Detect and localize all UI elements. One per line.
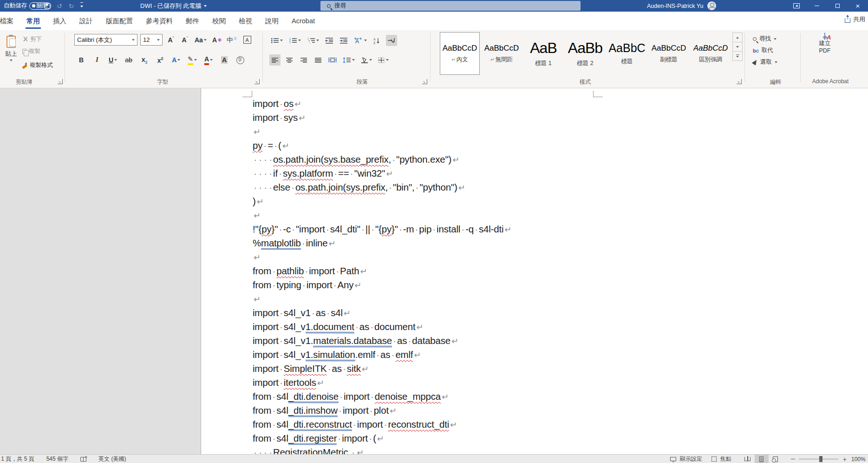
grow-font-button[interactable]: Aˆ	[165, 34, 176, 46]
language-indicator[interactable]: 英文 (美國)	[98, 455, 126, 463]
save-icon[interactable]	[45, 3, 50, 9]
multilevel-list-button[interactable]: 1ai	[306, 35, 320, 46]
enclose-characters-button[interactable]: 字	[235, 54, 246, 66]
ribbon-tab-4[interactable]: 版面配置	[99, 12, 139, 30]
character-border-button[interactable]: A	[241, 34, 253, 46]
distribute-button[interactable]	[327, 54, 338, 66]
ribbon-display-options-button[interactable]	[786, 0, 807, 12]
search-input[interactable]: 搜尋	[320, 1, 581, 11]
styles-gallery-more-button[interactable]	[732, 51, 743, 61]
numbering-button[interactable]: 123	[287, 35, 302, 46]
customize-qat-icon[interactable]	[80, 2, 83, 10]
ribbon-tab-10[interactable]: Acrobat	[285, 12, 321, 30]
asian-layout-button[interactable]: A	[352, 35, 368, 46]
document-lines[interactable]: import·os↵import·sys↵↵py·=·(↵····os.path…	[253, 97, 615, 454]
style-card-3[interactable]: AaBb標題 2	[565, 32, 605, 75]
share-button[interactable]: 共用	[845, 15, 865, 24]
clear-formatting-button[interactable]: A	[211, 34, 222, 46]
style-card-6[interactable]: AaBbCcD區別強調	[691, 32, 731, 75]
align-center-button[interactable]	[284, 54, 295, 66]
phonetic-guide-button[interactable]: 中ㄓ	[225, 34, 239, 46]
font-name-combo[interactable]: Calibri (本文)	[74, 34, 137, 46]
doc-line: !"{py}"·-c·"import·s4l_dti"·||·"{py}"·-m…	[253, 222, 615, 236]
read-mode-button[interactable]	[741, 455, 755, 463]
select-button[interactable]: 選取	[753, 56, 799, 68]
ribbon-tab-3[interactable]: 設計	[73, 12, 99, 30]
copy-button[interactable]: 複製	[22, 46, 53, 56]
restore-button[interactable]	[827, 0, 848, 12]
ribbon-tab-9[interactable]: 說明	[259, 12, 285, 30]
style-card-2[interactable]: AaB標題 1	[523, 32, 563, 75]
superscript-button[interactable]: x2	[155, 54, 166, 66]
show-hide-marks-button[interactable]	[386, 35, 397, 46]
styles-dialog-launcher[interactable]	[737, 79, 742, 84]
paste-button[interactable]: 貼上	[2, 34, 20, 75]
highlight-color-button[interactable]: ✎	[186, 54, 198, 66]
style-card-5[interactable]: AaBbCcD副標題	[649, 32, 689, 75]
style-card-1[interactable]: AaBbCcD↵無間距	[482, 32, 522, 75]
ribbon-tab-6[interactable]: 郵件	[179, 12, 206, 30]
ribbon-tab-1[interactable]: 常用	[20, 12, 46, 30]
ribbon-tab-0[interactable]: 檔案	[0, 12, 20, 30]
doc-line: from·s4l_dti.denoise·import·denoise_mppc…	[253, 390, 615, 403]
font-color-button[interactable]: A	[203, 54, 214, 66]
focus-button[interactable]: 焦點	[711, 455, 731, 463]
zoom-slider-thumb[interactable]	[819, 456, 822, 462]
ribbon-tab-8[interactable]: 檢視	[232, 12, 259, 30]
character-shading-button[interactable]: A	[219, 54, 230, 66]
replace-button[interactable]: bc 取代	[753, 45, 799, 56]
font-dialog-launcher[interactable]	[255, 79, 260, 84]
cut-button[interactable]: 剪下	[22, 34, 53, 44]
ribbon-tab-7[interactable]: 校閱	[206, 12, 232, 30]
bullets-button[interactable]	[269, 35, 284, 46]
line-spacing-button[interactable]	[341, 54, 356, 66]
create-pdf-button[interactable]: 建立 PDF	[812, 33, 838, 54]
clipboard-dialog-launcher[interactable]	[58, 79, 63, 84]
text-effects-button[interactable]: A	[170, 54, 182, 66]
zoom-in-button[interactable]: +	[843, 456, 847, 463]
format-painter-button[interactable]: 複製格式	[22, 60, 53, 70]
style-card-4[interactable]: AaBbC標題	[607, 32, 647, 75]
undo-icon[interactable]: ↺	[57, 3, 62, 9]
print-layout-button[interactable]	[755, 455, 769, 463]
page-indicator[interactable]: 第 1 頁，共 5 頁	[0, 455, 34, 463]
close-button[interactable]: ×	[848, 0, 868, 12]
increase-indent-button[interactable]	[338, 35, 349, 46]
web-layout-button[interactable]	[769, 455, 783, 463]
redo-icon[interactable]: ↻	[69, 3, 74, 9]
autosave-toggle[interactable]: 自動儲存 關閉	[4, 2, 51, 10]
find-button[interactable]: 尋找	[753, 33, 799, 45]
italic-button[interactable]: I	[91, 54, 103, 66]
word-count[interactable]: 545 個字	[46, 455, 68, 463]
shrink-font-button[interactable]: Aˇ	[179, 34, 190, 46]
change-case-button[interactable]: Aa	[193, 34, 208, 46]
account-area[interactable]: Auden-INS-Patrick Yu	[647, 0, 716, 12]
sort-button[interactable]: AZ	[372, 35, 383, 46]
styles-scroll-up-button[interactable]	[732, 33, 743, 42]
underline-button[interactable]: U	[107, 54, 118, 66]
justify-button[interactable]	[313, 54, 324, 66]
align-left-button[interactable]	[269, 54, 281, 66]
display-settings-button[interactable]: 顯示設定	[670, 455, 702, 463]
bold-button[interactable]: B	[76, 54, 87, 66]
decrease-indent-button[interactable]	[324, 35, 335, 46]
font-size-combo[interactable]: 12	[140, 34, 163, 46]
shading-button[interactable]	[359, 54, 373, 66]
web-layout-icon	[773, 456, 778, 462]
proofing-status-button[interactable]	[80, 457, 86, 462]
zoom-level[interactable]: 100%	[851, 456, 868, 463]
paragraph-dialog-launcher[interactable]	[422, 79, 427, 84]
zoom-out-button[interactable]	[791, 459, 795, 460]
zoom-slider[interactable]	[799, 459, 838, 460]
ribbon-tab-5[interactable]: 參考資料	[139, 12, 179, 30]
minimize-button[interactable]	[807, 0, 827, 12]
borders-button[interactable]	[377, 54, 390, 66]
document-title[interactable]: DWI - 已儲存到 此電腦	[140, 2, 207, 10]
ribbon-tab-2[interactable]: 插入	[46, 12, 73, 30]
avatar[interactable]	[707, 1, 716, 10]
strikethrough-button[interactable]: ab	[123, 54, 134, 66]
align-right-button[interactable]	[298, 54, 309, 66]
subscript-button[interactable]: x2	[139, 54, 150, 66]
styles-scroll-down-button[interactable]	[732, 42, 743, 52]
style-card-0[interactable]: AaBbCcD↵內文	[440, 32, 480, 75]
